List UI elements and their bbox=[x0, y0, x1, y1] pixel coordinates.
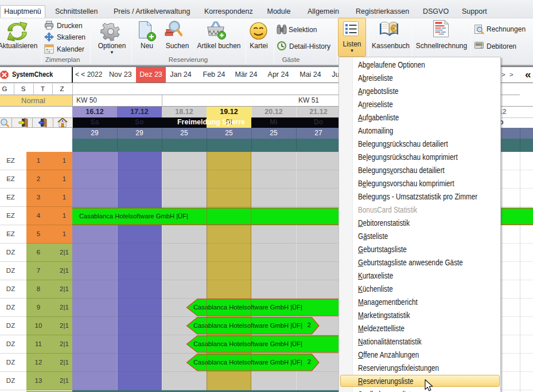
svg-text:CASH: CASH bbox=[476, 44, 483, 46]
svg-text:€: € bbox=[391, 22, 397, 34]
